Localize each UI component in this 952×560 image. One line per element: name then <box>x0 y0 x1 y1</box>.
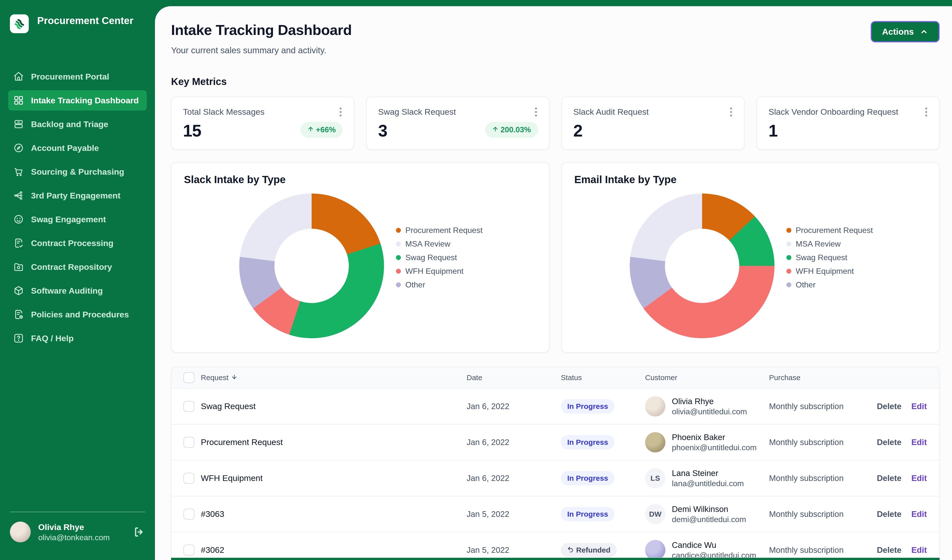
row-checkbox[interactable] <box>184 473 194 484</box>
purchase-type: Monthly subscription <box>769 474 877 483</box>
legend-label: MSA Review <box>796 239 841 248</box>
legend-dot <box>787 241 791 246</box>
metric-label: Slack Vendor Onboarding Request <box>768 107 928 117</box>
sidebar-item-label: Intake Tracking Dashboard <box>31 96 139 105</box>
bottom-green-bar <box>171 558 940 560</box>
customer-avatar-initials: DW <box>645 504 665 525</box>
customer-email: phoenix@untitledui.com <box>672 443 757 452</box>
sidebar-item-faq-help[interactable]: FAQ / Help <box>8 328 147 349</box>
status-badge: In Progress <box>561 507 615 521</box>
row-checkbox[interactable] <box>184 545 194 555</box>
sidebar-item-intake-tracking-dashboard[interactable]: Intake Tracking Dashboard <box>8 90 147 111</box>
metric-label: Slack Audit Request <box>573 107 733 117</box>
metric-label: Swag Slack Request <box>378 107 537 117</box>
sidebar-item-label: Procurement Portal <box>31 72 109 82</box>
smiley-icon <box>13 214 24 225</box>
row-checkbox[interactable] <box>184 509 194 520</box>
sidebar-item-policies-and-procedures[interactable]: Policies and Procedures <box>8 304 147 325</box>
user-info: Olivia Rhye olivia@tonkean.com <box>38 521 110 542</box>
sidebar-item-procurement-portal[interactable]: Procurement Portal <box>8 66 147 87</box>
row-checkbox[interactable] <box>184 401 194 412</box>
sidebar-item-sourcing-purchasing[interactable]: Sourcing & Purchasing <box>8 162 147 182</box>
customer-email: candice@untitledui.com <box>672 550 756 558</box>
metric-change-value: 200.03% <box>501 125 531 134</box>
sidebar-item-software-auditing[interactable]: Software Auditing <box>8 281 147 301</box>
actions-button[interactable]: Actions <box>871 21 940 42</box>
customer-name: Candice Wu <box>672 540 756 550</box>
metric-change-value: +66% <box>316 125 336 134</box>
legend-item: Swag Request <box>787 253 873 262</box>
customer-avatar <box>645 432 665 452</box>
sidebar-nav: Procurement PortalIntake Tracking Dashbo… <box>8 66 147 352</box>
customer-cell: Phoenix Bakerphoenix@untitledui.com <box>645 432 769 452</box>
delete-button[interactable]: Delete <box>877 438 901 447</box>
customer-email: demi@untitledui.com <box>672 514 746 525</box>
legend-dot <box>396 228 401 233</box>
main-panel: Intake Tracking Dashboard Your current s… <box>155 6 952 560</box>
kebab-menu-icon[interactable] <box>338 106 343 118</box>
legend-item: Other <box>787 280 873 289</box>
row-checkbox[interactable] <box>184 437 194 448</box>
request-date: Jan 6, 2022 <box>467 438 561 447</box>
chart-card-slack-intake-by-type: Slack Intake by TypeProcurement RequestM… <box>171 162 549 353</box>
column-header-status[interactable]: Status <box>561 373 645 382</box>
kebab-menu-icon[interactable] <box>924 106 929 118</box>
table-row: Procurement RequestJan 6, 2022In Progres… <box>172 424 939 460</box>
column-header-request[interactable]: Request <box>201 373 467 382</box>
trend-up-icon <box>308 125 314 134</box>
edit-button[interactable]: Edit <box>911 402 927 411</box>
sidebar-item-label: 3rd Party Engagement <box>31 191 121 201</box>
purchase-type: Monthly subscription <box>769 402 877 411</box>
sidebar-item-3rd-party-engagement[interactable]: 3rd Party Engagement <box>8 185 147 206</box>
legend-label: MSA Review <box>405 239 450 248</box>
column-header-purchase[interactable]: Purchase <box>769 373 877 382</box>
request-name: Swag Request <box>201 401 467 411</box>
chevron-up-icon <box>920 28 928 36</box>
metrics-row: Total Slack Messages15+66%Swag Slack Req… <box>171 97 940 150</box>
sidebar-item-swag-engagement[interactable]: Swag Engagement <box>8 209 147 230</box>
cart-icon <box>13 166 24 177</box>
legend-item: Procurement Request <box>787 226 873 235</box>
donut-hole <box>274 229 349 303</box>
delete-button[interactable]: Delete <box>877 474 901 483</box>
legend-item: WFH Equipment <box>396 267 482 276</box>
customer-email: olivia@untitledui.com <box>672 407 747 417</box>
select-all-checkbox[interactable] <box>184 372 194 383</box>
logout-icon[interactable] <box>133 526 145 538</box>
sidebar-item-account-payable[interactable]: Account Payable <box>8 138 147 158</box>
app-title: Procurement Center <box>37 14 133 27</box>
legend-item: MSA Review <box>787 239 873 248</box>
sidebar-item-backlog-and-triage[interactable]: Backlog and Triage <box>8 114 147 134</box>
request-date: Jan 5, 2022 <box>467 509 561 519</box>
kebab-menu-icon[interactable] <box>729 106 734 118</box>
metric-card: Swag Slack Request3200.03% <box>366 97 549 150</box>
delete-button[interactable]: Delete <box>877 402 901 411</box>
table-row: #3062Jan 5, 2022RefundedCandice Wucandic… <box>172 532 939 558</box>
chart-title: Email Intake by Type <box>575 174 677 185</box>
legend-label: Procurement Request <box>405 226 482 235</box>
edit-button[interactable]: Edit <box>911 474 927 483</box>
column-header-customer[interactable]: Customer <box>645 373 769 382</box>
edit-button[interactable]: Edit <box>911 509 927 519</box>
chart-card-email-intake-by-type: Email Intake by TypeProcurement RequestM… <box>561 162 940 353</box>
sidebar-item-contract-processing[interactable]: Contract Processing <box>8 233 147 253</box>
edit-button[interactable]: Edit <box>911 438 927 447</box>
edit-button[interactable]: Edit <box>911 545 927 555</box>
delete-button[interactable]: Delete <box>877 509 901 519</box>
kebab-menu-icon[interactable] <box>533 106 538 118</box>
donut-chart <box>239 193 384 338</box>
table-header-row: RequestDateStatusCustomerPurchase <box>172 367 939 389</box>
legend-dot <box>787 282 791 287</box>
file-check-icon <box>13 238 24 248</box>
legend-dot <box>787 228 791 233</box>
metric-label: Total Slack Messages <box>183 107 342 117</box>
charts-row: Slack Intake by TypeProcurement RequestM… <box>171 162 940 353</box>
column-header-date[interactable]: Date <box>467 373 561 382</box>
sidebar-item-label: FAQ / Help <box>31 333 74 343</box>
status-badge: In Progress <box>561 399 615 413</box>
delete-button[interactable]: Delete <box>877 545 901 555</box>
legend-dot <box>787 268 791 273</box>
sidebar-item-contract-repository[interactable]: Contract Repository <box>8 257 147 277</box>
status-badge: Refunded <box>561 543 617 557</box>
legend-item: MSA Review <box>396 239 482 248</box>
